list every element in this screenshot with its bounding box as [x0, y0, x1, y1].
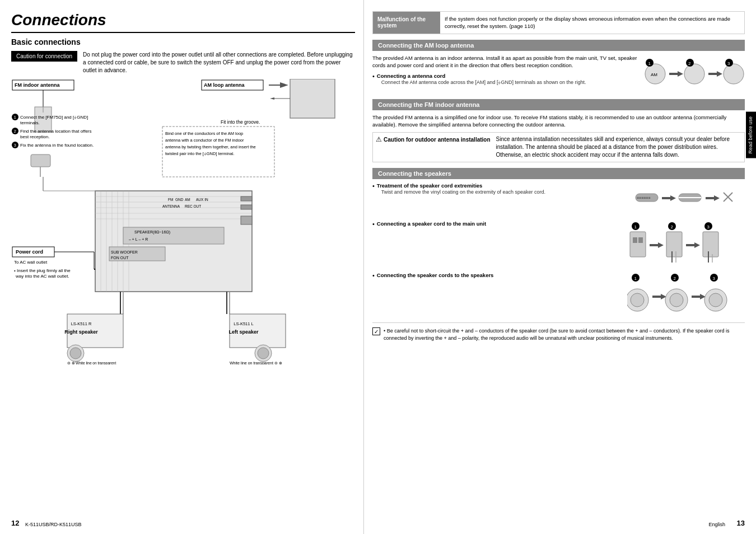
svg-text:FM indoor antenna: FM indoor antenna — [15, 82, 60, 88]
svg-rect-16 — [31, 154, 50, 167]
malfunction-text: If the system does not function properly… — [440, 12, 744, 34]
am-bullet-label: Connecting a antenna cord — [377, 73, 586, 79]
svg-text:AUX IN: AUX IN — [196, 198, 208, 202]
note-bullet: • — [384, 328, 385, 334]
connect-speakers-text: Connecting the speaker cords to the spea… — [372, 272, 622, 317]
svg-rect-114 — [666, 232, 682, 257]
svg-text:Connect the [FM75Ω] and [⏚GND]: Connect the [FM75Ω] and [⏚GND] — [20, 115, 88, 120]
svg-text:To AC wall outlet: To AC wall outlet — [14, 260, 48, 265]
warning-triangle-icon: ⚠ — [376, 135, 382, 143]
svg-text:• Insert the plug firmly all t: • Insert the plug firmly all the — [14, 268, 71, 273]
svg-text:AM: AM — [651, 72, 657, 77]
fm-section-header: Connecting the FM indoor antenna — [372, 99, 745, 110]
connect-main-text: Connecting a speaker cord to the main un… — [372, 221, 622, 265]
malfunction-section: Malfunction of the system If the system … — [372, 11, 745, 34]
svg-text:======: ====== — [637, 196, 651, 200]
svg-marker-90 — [708, 71, 722, 77]
treatment-svg: ====== — [633, 182, 745, 216]
connect-speakers-diagrams: 1 2 3 — [627, 272, 745, 317]
svg-marker-88 — [669, 71, 683, 77]
am-bullet: Connecting a antenna cord Connect the AM… — [372, 73, 638, 86]
svg-text:Right speaker: Right speaker — [64, 329, 98, 335]
svg-text:Fit into the groove.: Fit into the groove. — [221, 119, 260, 125]
connect-main-label: Connecting a speaker cord to the main un… — [377, 221, 486, 227]
svg-point-77 — [258, 348, 269, 359]
svg-text:Find the antenna location that: Find the antenna location that offers — [20, 129, 92, 134]
caution-text: Do not plug the power cord into the powe… — [83, 51, 355, 74]
svg-text:LS-K511 R: LS-K511 R — [71, 321, 92, 326]
side-tab: Read before use — [746, 112, 756, 158]
svg-point-91 — [724, 64, 744, 84]
svg-marker-100 — [662, 195, 676, 201]
svg-text:1: 1 — [648, 60, 651, 65]
svg-marker-127 — [652, 294, 666, 299]
connections-svg: FM indoor antenna 1 Connect the [FM75Ω] … — [11, 79, 358, 364]
svg-text:SPEAKER(8Ω~16Ω): SPEAKER(8Ω~16Ω) — [134, 230, 170, 235]
speakers-section: Connecting the speakers Treatment of the… — [372, 168, 745, 317]
svg-point-131 — [670, 293, 683, 307]
page-number-left: 12 — [11, 519, 19, 527]
treatment-diagrams: ====== — [633, 182, 745, 216]
svg-text:way into the AC wall outlet.: way into the AC wall outlet. — [15, 274, 69, 279]
page-number-right: 13 — [737, 519, 745, 527]
svg-text:antenna with a conductor of th: antenna with a conductor of the FM indoo… — [165, 138, 244, 143]
svg-text:⊖ ⊕: ⊖ ⊕ — [67, 361, 75, 364]
svg-text:3: 3 — [713, 276, 716, 281]
am-antenna-section: Connecting the AM loop antenna The provi… — [372, 40, 745, 93]
fm-intro: The provided FM antenna is a simplified … — [372, 114, 745, 129]
treatment-label: Treatment of the speaker cord extremitie… — [377, 182, 545, 189]
svg-point-126 — [631, 293, 644, 307]
svg-text:2: 2 — [671, 224, 674, 229]
page-id-left: K-511USB/RD-K511USB — [25, 522, 82, 527]
connections-diagram: FM indoor antenna 1 Connect the [FM75Ω] … — [11, 79, 355, 370]
connect-speakers-svg: 1 2 3 — [627, 272, 745, 317]
svg-text:best reception.: best reception. — [20, 134, 49, 139]
svg-text:Bind one of the conductors of : Bind one of the conductors of the AM loo… — [165, 131, 243, 136]
connect-speakers-bullet: Connecting the speaker cords to the spea… — [372, 272, 622, 279]
svg-marker-103 — [706, 195, 720, 201]
svg-point-136 — [709, 293, 722, 307]
connect-main-diagrams: 1 2 3 — [627, 221, 745, 265]
right-page: Read before use Malfunction of the syste… — [364, 0, 756, 534]
treatment-row: Treatment of the speaker cord extremitie… — [372, 182, 745, 216]
svg-rect-39 — [241, 216, 252, 224]
svg-rect-21 — [290, 79, 335, 118]
svg-text:Power cord: Power cord — [16, 249, 43, 255]
treatment-text: Treatment of the speaker cord extremitie… — [372, 182, 627, 216]
svg-rect-120 — [703, 232, 718, 257]
bottom-note: ✓ • Be careful not to short-circuit the … — [372, 322, 745, 341]
am-section-content: The provided AM antenna is an indoor ant… — [372, 54, 745, 93]
svg-text:ANTENNA: ANTENNA — [162, 204, 180, 208]
svg-rect-108 — [630, 232, 646, 257]
connect-speakers-row: Connecting the speaker cords to the spea… — [372, 272, 745, 317]
svg-marker-111 — [650, 242, 664, 248]
svg-text:AM loop antenna: AM loop antenna — [204, 82, 245, 88]
svg-text:White line on transparent ⊖ ⊕: White line on transparent ⊖ ⊕ — [230, 361, 282, 364]
svg-text:2: 2 — [674, 276, 676, 281]
speakers-header: Connecting the speakers — [372, 168, 745, 179]
svg-text:3: 3 — [727, 60, 730, 65]
fm-antenna-section: Connecting the FM indoor antenna The pro… — [372, 99, 745, 163]
svg-text:GND: GND — [175, 198, 184, 202]
svg-marker-132 — [692, 294, 706, 299]
svg-text:2: 2 — [688, 60, 691, 65]
svg-text:FM: FM — [168, 198, 173, 202]
outdoor-caution-label: Caution for outdoor antenna installation — [384, 137, 491, 143]
outdoor-caution-row: ⚠ Caution for outdoor antenna installati… — [372, 132, 745, 162]
caution-label: Caution for connection — [11, 51, 77, 62]
svg-text:antenna by twisting them toget: antenna by twisting them together, and i… — [165, 144, 256, 149]
am-bullet-text: Connect the AM antenna code across the [… — [381, 79, 586, 86]
svg-text:terminals.: terminals. — [20, 120, 40, 125]
svg-text:LS-K511 L: LS-K511 L — [234, 321, 253, 326]
treatment-text-content: Twist and remove the vinyl coating on th… — [381, 189, 545, 196]
am-section-header: Connecting the AM loop antenna — [372, 40, 745, 51]
left-page: Connections Basic connections Caution fo… — [0, 0, 364, 534]
svg-text:– + L – + R: – + L – + R — [129, 237, 148, 241]
svg-rect-110 — [638, 237, 643, 243]
svg-point-89 — [684, 64, 704, 84]
svg-text:SUB WOOFER: SUB WOOFER — [111, 250, 138, 254]
am-connector-svg: AM 1 2 3 — [644, 54, 745, 93]
note-text: Be careful not to short-circuit the + an… — [384, 328, 730, 341]
am-text-col: The provided AM antenna is an indoor ant… — [372, 54, 638, 93]
outdoor-caution-text: Since antenna installation necessitates … — [496, 135, 741, 159]
